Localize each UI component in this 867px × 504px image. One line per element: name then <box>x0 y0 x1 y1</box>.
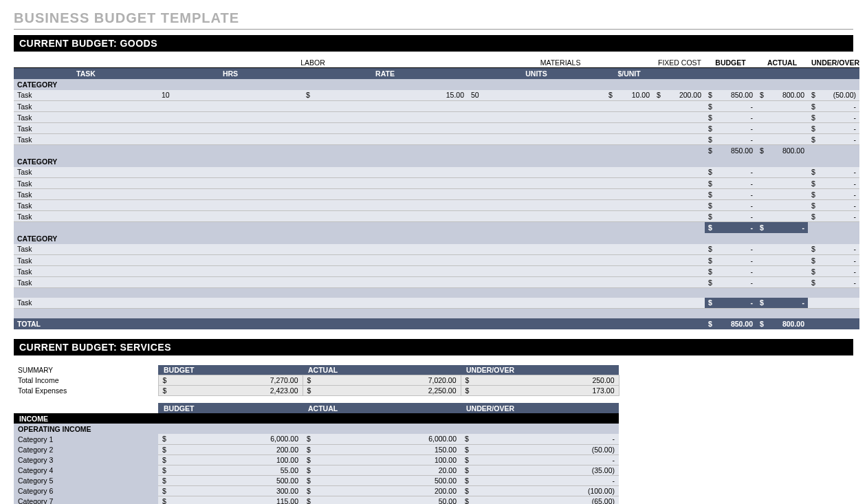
rate-col: RATE <box>303 68 468 79</box>
budget-cell: $- <box>705 244 756 255</box>
income-row[interactable]: Category 2$200.00$150.00$(50.00) <box>14 444 619 454</box>
budget-cell[interactable]: $6,000.00 <box>158 434 303 444</box>
budget-cell[interactable]: $500.00 <box>158 475 303 485</box>
operating-header: OPERATING INCOME <box>14 424 619 434</box>
hrs-col: HRS <box>158 68 303 79</box>
uo-col: UNDER/OVER <box>461 365 619 375</box>
actual-col: ACTUAL <box>303 403 461 413</box>
units-cell[interactable]: 50 <box>468 90 605 101</box>
income-row[interactable]: Category 5$500.00$500.00$- <box>14 475 619 485</box>
table-row[interactable]: Task$-$- <box>14 200 859 211</box>
table-row[interactable]: Task$-$- <box>14 266 859 277</box>
income-row[interactable]: Category 1$6,000.00$6,000.00$- <box>14 434 619 444</box>
fixed-group: FIXED COST <box>653 52 705 68</box>
income-row[interactable]: Category 3$100.00$100.00$- <box>14 454 619 465</box>
uo-cell: $- <box>808 244 859 255</box>
table-row[interactable]: Task$-$- <box>14 244 859 255</box>
table-row[interactable]: Task$-$- <box>14 255 859 266</box>
budget-col: BUDGET <box>158 365 303 375</box>
task-cell: Task <box>14 244 158 255</box>
budget-cell[interactable]: $115.00 <box>158 496 303 504</box>
table-row[interactable]: Task$-$- <box>14 298 859 309</box>
uo-cell: $- <box>808 211 859 222</box>
budget-cell: $- <box>705 255 756 266</box>
uo-cell: $- <box>461 454 619 465</box>
total-actual: $800.00 <box>756 318 808 329</box>
budget-cell[interactable]: $200.00 <box>158 444 303 454</box>
gap-row <box>14 309 859 318</box>
task-col: TASK <box>14 68 158 79</box>
budget-cell[interactable]: $300.00 <box>158 485 303 496</box>
table-row[interactable]: Task$-$- <box>14 134 859 145</box>
uo-cell: $- <box>808 277 859 288</box>
table-row[interactable]: Task$-$- <box>14 178 859 189</box>
budget-cell[interactable]: $55.00 <box>158 465 303 475</box>
perunit-cell[interactable]: $10.00 <box>605 90 653 101</box>
uo-cell: $- <box>808 167 859 178</box>
budget-cell: $- <box>705 123 756 134</box>
actual-cell[interactable]: $20.00 <box>303 465 461 475</box>
cat-cell: Category 6 <box>14 485 158 496</box>
actual-cell[interactable]: $6,000.00 <box>303 434 461 444</box>
actual-cell[interactable]: $50.00 <box>303 496 461 504</box>
uo-cell: $(35.00) <box>461 465 619 475</box>
uo-cell: $- <box>808 134 859 145</box>
labor-group: LABOR <box>158 52 468 68</box>
actual-cell[interactable]: $800.00 <box>756 90 808 101</box>
table-row[interactable]: Task$-$- <box>14 123 859 134</box>
table-row[interactable]: Task$-$- <box>14 167 859 178</box>
table-row[interactable]: Task$-$- <box>14 211 859 222</box>
table-row[interactable]: Task$-$- <box>14 277 859 288</box>
row-label: Total Expenses <box>14 386 158 396</box>
val: 250.00 <box>592 376 614 384</box>
category-row: CATEGORY <box>14 79 859 90</box>
uo-cell: $- <box>808 189 859 200</box>
val: 2,423.00 <box>270 386 298 395</box>
income-row[interactable]: Category 4$55.00$20.00$(35.00) <box>14 465 619 475</box>
table-row[interactable]: Task 10 $15.00 50 $10.00 $200.00 $850.00… <box>14 90 859 101</box>
table-row[interactable]: Task$-$- <box>14 101 859 112</box>
cat-cell: Category 3 <box>14 454 158 465</box>
category-label: CATEGORY <box>14 79 158 90</box>
cat-cell: Category 4 <box>14 465 158 475</box>
subtotal-row: $850.00$800.00 <box>14 145 859 156</box>
budget-cell: $- <box>705 266 756 277</box>
task-cell: Task <box>14 277 158 288</box>
cat-cell: Category 2 <box>14 444 158 454</box>
actual-col: ACTUAL <box>303 365 461 375</box>
table-row[interactable]: Task$-$- <box>14 189 859 200</box>
row-label: Total Income <box>14 375 158 386</box>
total-row: TOTAL $850.00 $800.00 <box>14 318 859 329</box>
budget-cell: $- <box>705 134 756 145</box>
goods-section-header: CURRENT BUDGET: GOODS <box>14 35 853 52</box>
category-row: CATEGORY <box>14 156 859 167</box>
hrs-cell[interactable]: 10 <box>158 90 303 101</box>
sub-budget: $850.00 <box>705 145 756 156</box>
table-row[interactable]: Task$-$- <box>14 112 859 123</box>
cat-cell: Category 1 <box>14 434 158 444</box>
uo-col: UNDER/OVER <box>461 403 619 413</box>
actual-cell[interactable]: $500.00 <box>303 475 461 485</box>
sub-budget: $- <box>705 222 756 233</box>
uo-cell: $(50.00) <box>808 90 859 101</box>
budget-col: BUDGET <box>705 52 756 68</box>
actual-cell[interactable]: $150.00 <box>303 444 461 454</box>
cat-cell: Category 7 <box>14 496 158 504</box>
uo-cell: $- <box>808 178 859 189</box>
budget-cell: $850.00 <box>705 90 756 101</box>
actual-cell[interactable]: $200.00 <box>303 485 461 496</box>
uo-cell: $(100.00) <box>461 485 619 496</box>
budget-cell[interactable]: $100.00 <box>158 454 303 465</box>
task-cell: Task <box>14 90 158 101</box>
income-row[interactable]: Category 7$115.00$50.00$(65.00) <box>14 496 619 504</box>
income-row[interactable]: Category 6$300.00$200.00$(100.00) <box>14 485 619 496</box>
page-title: BUSINESS BUDGET TEMPLATE <box>14 10 853 26</box>
uo-cell: $(50.00) <box>461 444 619 454</box>
fixed-cell[interactable]: $200.00 <box>653 90 705 101</box>
actual-cell[interactable]: $100.00 <box>303 454 461 465</box>
summary-header: SUMMARY BUDGET ACTUAL UNDER/OVER <box>14 365 619 375</box>
uo-cell: $- <box>808 101 859 112</box>
budget-cell: $- <box>705 211 756 222</box>
task-cell: Task <box>14 123 158 134</box>
rate-cell[interactable]: $15.00 <box>303 90 468 101</box>
